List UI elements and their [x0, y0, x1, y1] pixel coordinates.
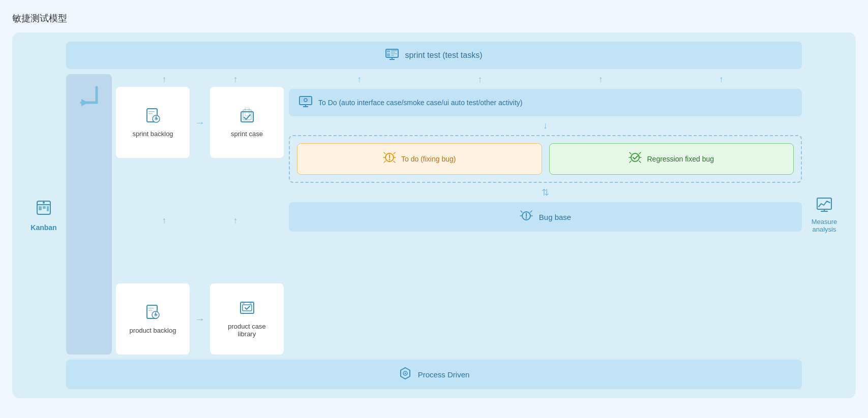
svg-line-47 — [394, 152, 395, 154]
sprint-backlog-box: sprint backlog — [116, 87, 190, 158]
svg-line-53 — [630, 152, 631, 154]
svg-line-62 — [521, 211, 522, 212]
regression-icon — [628, 151, 642, 167]
sprint-test-label: sprint test (test tasks) — [405, 51, 482, 60]
process-driven-bar: Process Driven — [66, 360, 802, 389]
bug-base-box: Bug base — [289, 202, 802, 232]
svg-rect-9 — [387, 53, 390, 56]
kanban-sidebar: Kanban — [21, 42, 66, 389]
svg-point-61 — [525, 217, 527, 219]
diagram-container: Kanban — [12, 33, 856, 398]
left-panels: ↑ ↑ — [66, 74, 284, 355]
middle-section: ↑ ↑ — [66, 74, 802, 355]
corner-section — [66, 74, 112, 355]
svg-rect-37 — [250, 302, 252, 304]
svg-rect-36 — [243, 302, 245, 304]
page-wrapper: 敏捷测试模型 Kanban — [12, 12, 856, 398]
regression-box: Regression fixed bug — [549, 143, 794, 175]
svg-rect-2 — [39, 206, 42, 210]
arrow-up-1: ↑ — [131, 74, 197, 85]
todo-bug-box: To do (fixing bug) — [297, 143, 542, 175]
arr-up-flow-3: ↑ — [598, 74, 603, 85]
sprint-case-box: sprint case — [210, 87, 284, 158]
svg-point-67 — [404, 373, 406, 374]
measure-icon — [817, 198, 832, 214]
svg-rect-8 — [387, 50, 390, 52]
svg-line-54 — [639, 152, 641, 154]
arrow-up-mid-1: ↑ — [131, 215, 197, 226]
arr-up-flow-4: ↑ — [719, 74, 724, 85]
svg-line-50 — [384, 161, 385, 163]
arrow-up-2: ↑ — [202, 74, 268, 85]
measure-label: Measure analysis — [812, 218, 837, 233]
svg-rect-12 — [391, 53, 397, 54]
process-driven-icon — [399, 367, 412, 382]
svg-rect-11 — [391, 52, 395, 53]
todo-main-box: To Do (auto interface case/smoke case/ui… — [289, 89, 802, 116]
product-case-library-box: product case library — [210, 283, 284, 355]
svg-marker-16 — [81, 99, 88, 106]
bug-fixing-area: To do (fixing bug) — [289, 135, 802, 183]
svg-line-57 — [630, 161, 631, 163]
product-backlog-box: product backlog — [116, 283, 190, 355]
sprint-case-icon — [239, 108, 255, 126]
page-title: 敏捷测试模型 — [12, 12, 856, 24]
svg-rect-3 — [43, 206, 46, 209]
arr-up-flow-2: ↑ — [477, 74, 482, 85]
svg-line-51 — [394, 161, 395, 163]
arrow-up-mid-2: ↑ — [202, 215, 268, 226]
svg-line-63 — [530, 211, 532, 212]
arr-down-1: ↓ — [289, 120, 802, 131]
right-flow: ↑ ↑ ↑ ↑ — [289, 74, 802, 355]
arr-double: ⇅ — [289, 187, 802, 198]
svg-rect-4 — [47, 206, 49, 211]
svg-rect-10 — [391, 50, 397, 51]
svg-rect-35 — [243, 305, 252, 311]
todo-bug-label: To do (fixing bug) — [401, 155, 456, 163]
svg-rect-13 — [391, 55, 394, 56]
sprint-test-bar: sprint test (test tasks) — [66, 42, 802, 69]
todo-main-icon — [299, 96, 312, 109]
regression-label: Regression fixed bug — [647, 155, 714, 163]
sprint-backlog-icon — [145, 108, 161, 126]
product-backlog-icon — [145, 304, 161, 323]
measure-sidebar: Measure analysis — [802, 42, 847, 389]
svg-rect-6 — [43, 202, 45, 203]
todo-main-label: To Do (auto interface case/smoke case/ui… — [318, 99, 523, 107]
svg-line-46 — [384, 152, 385, 154]
kanban-icon — [36, 200, 52, 219]
sprint-test-icon — [385, 49, 399, 62]
arr-up-flow-1: ↑ — [357, 74, 362, 85]
svg-rect-33 — [148, 310, 152, 311]
product-case-library-label: product case library — [220, 323, 274, 338]
svg-line-58 — [639, 161, 641, 163]
bug-base-label: Bug base — [539, 213, 571, 221]
product-row: product backlog → — [116, 283, 284, 355]
arrow-right-1: → — [195, 117, 205, 128]
svg-rect-22 — [148, 111, 155, 112]
product-case-library-icon — [239, 300, 255, 318]
svg-point-45 — [389, 159, 391, 160]
process-driven-label: Process Driven — [418, 370, 470, 379]
arrow-right-2: → — [195, 313, 205, 325]
product-backlog-label: product backlog — [130, 327, 176, 334]
bug-base-icon — [520, 209, 533, 224]
svg-rect-23 — [148, 113, 153, 114]
todo-bug-icon — [383, 151, 396, 167]
svg-point-52 — [631, 153, 639, 162]
diagram-main: sprint test (test tasks) — [66, 42, 802, 389]
kanban-label: Kanban — [31, 223, 56, 232]
process-box-rows: ↑ ↑ — [116, 74, 284, 355]
corner-arrow-icon — [76, 82, 102, 111]
sprint-row: sprint backlog → — [116, 87, 284, 158]
sprint-backlog-label: sprint backlog — [132, 130, 173, 138]
svg-rect-32 — [148, 308, 154, 309]
sprint-case-label: sprint case — [231, 130, 263, 138]
